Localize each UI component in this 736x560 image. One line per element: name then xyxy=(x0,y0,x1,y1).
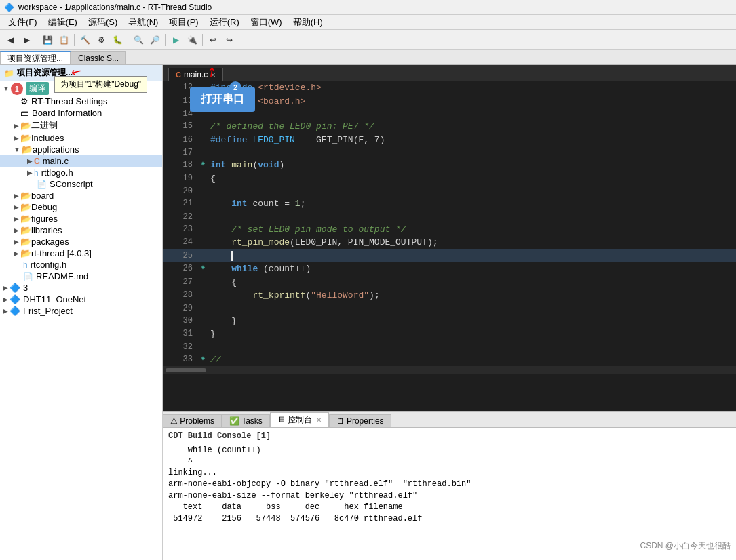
linecontent-19: { xyxy=(208,172,736,186)
editor-area: C main.c ✕ 12 #include <rtdevice.h> xyxy=(163,65,736,411)
sidebar-item-main-c[interactable]: ▶ C main.c xyxy=(0,155,162,167)
menu-source[interactable]: 源码(S) xyxy=(83,15,123,30)
linecontent-25 xyxy=(208,249,736,263)
linenum-25: 25 xyxy=(174,249,198,262)
problems-label: Problems xyxy=(180,416,214,426)
sidebar-item-rt-thread-settings[interactable]: ▶ ⚙ RT-Thread Settings xyxy=(0,96,162,107)
sidebar-item-debug[interactable]: ▶ 📂 Debug xyxy=(0,201,162,213)
rttlogo-h-label: rttlogo.h xyxy=(41,167,73,178)
btn-save-all[interactable]: 📋 xyxy=(56,33,71,47)
hscroll-thumb[interactable] xyxy=(166,368,206,372)
sidebar-item-rtconfig-h[interactable]: h rtconfig.h xyxy=(0,259,162,271)
board-label: board xyxy=(31,191,54,201)
btn-back[interactable]: ◀ xyxy=(3,33,18,47)
c-file-icon-tab: C xyxy=(176,71,181,79)
linenum-17: 17 xyxy=(174,146,198,159)
menu-navigate[interactable]: 导航(N) xyxy=(123,15,163,30)
packages-label: packages xyxy=(31,237,69,247)
sidebar-item-binary[interactable]: ▶ 📂 二进制 xyxy=(0,119,162,132)
btn-debug[interactable]: 🐛 xyxy=(110,33,125,47)
includes-label: Includes xyxy=(31,133,64,143)
proj3-label: 3 xyxy=(23,283,28,293)
linecontent-13: #include <board.h> xyxy=(208,95,736,108)
toolbar-sep-3 xyxy=(128,34,128,46)
sidebar-item-applications[interactable]: ▼ 📂 applications xyxy=(0,144,162,155)
linenum-28: 28 xyxy=(174,289,198,301)
btn-search2[interactable]: 🔎 xyxy=(147,33,162,47)
file-icon-sconscript: 📄 xyxy=(37,180,47,189)
libraries-label: libraries xyxy=(31,225,62,235)
rt-thread-settings-label: RT-Thread Settings xyxy=(31,96,107,106)
sidebar-item-sconscript[interactable]: 📄 SConscript xyxy=(0,178,162,190)
hscroll-bar[interactable] xyxy=(163,366,736,374)
btn-save[interactable]: 💾 xyxy=(40,33,55,47)
folder-icon-packages: 📂 xyxy=(20,237,31,247)
btn-run[interactable]: ▶ xyxy=(168,33,183,47)
sidebar-item-readme-md[interactable]: 📄 README.md xyxy=(0,271,162,282)
btn-forward[interactable]: ▶ xyxy=(19,33,34,47)
sidebar-item-frist[interactable]: ▶ 🔷 Frist_Project xyxy=(0,305,162,317)
sidebar-item-board[interactable]: ▶ 📂 board xyxy=(0,190,162,201)
sidebar-item-packages[interactable]: ▶ 📂 packages xyxy=(0,236,162,247)
sidebar-item-includes[interactable]: ▶ 📂 Includes xyxy=(0,132,162,144)
tab-project-explorer[interactable]: 项目资源管理... xyxy=(0,51,71,64)
linenum-16: 16 xyxy=(174,134,198,146)
menu-bar: 文件(F) 编辑(E) 源码(S) 导航(N) 项目(P) 运行(R) 窗口(W… xyxy=(0,15,736,30)
sidebar-item-3[interactable]: ▶ 🔷 3 xyxy=(0,282,162,294)
tab-problems[interactable]: ⚠ Problems xyxy=(163,414,222,427)
folder-icon-rt-thread: 📂 xyxy=(20,248,31,258)
linenum-31: 31 xyxy=(174,327,198,340)
sidebar: 📁 项目资源管理... ▼ 1 编译 ▶ ⚙ RT-Thread Setting… xyxy=(0,65,163,560)
toolbar: ◀ ▶ 💾 📋 🔨 ⚙ 🐛 🔍 🔎 ▶ 🔌 ↩ ↪ xyxy=(0,30,736,50)
linecontent-21: int count = 1; xyxy=(208,197,736,211)
menu-project[interactable]: 项目(P) xyxy=(163,15,204,30)
arrow-rt-thread: ▶ xyxy=(14,249,19,257)
sidebar-item-board-info[interactable]: ▶ 🗃 Board Information xyxy=(0,107,162,119)
board-info-icon: 🗃 xyxy=(20,108,29,118)
sidebar-item-rttlogo-h[interactable]: ▶ h rttlogo.h xyxy=(0,167,162,178)
rt-thread-label: rt-thread [4.0.3] xyxy=(31,248,92,258)
linenum-23: 23 xyxy=(174,223,198,235)
dht11-icon: 🔷 xyxy=(9,294,20,304)
code-line-29: 29 xyxy=(163,302,736,315)
tab-project-explorer-label: 项目资源管理... xyxy=(7,53,63,64)
folder-icon-libraries: 📂 xyxy=(20,225,31,235)
watermark-text: CSDN @小白今天也很酷 xyxy=(640,541,731,551)
code-view[interactable]: 12 #include <rtdevice.h> 13 #include <bo… xyxy=(163,81,736,411)
menu-run[interactable]: 运行(R) xyxy=(204,15,245,30)
code-line-21: 21 int count = 1; xyxy=(163,197,736,211)
watermark: CSDN @小白今天也很酷 xyxy=(640,540,731,552)
sidebar-item-dht11[interactable]: ▶ 🔷 DHT11_OneNet xyxy=(0,294,162,305)
toolbar-sep-1 xyxy=(37,34,37,46)
serial-popup[interactable]: 打开串口 xyxy=(190,87,255,112)
properties-icon: 🗒 xyxy=(336,416,345,426)
code-line-15: 15 /* defined the LED0 pin: PE7 */ xyxy=(163,120,736,134)
console-line-7: 514972 2156 57448 574576 8c470 rtthread.… xyxy=(168,513,731,525)
btn-build2[interactable]: ⚙ xyxy=(94,33,109,47)
tab-classic-search[interactable]: Classic S... xyxy=(71,51,126,64)
btn-build[interactable]: 🔨 xyxy=(77,33,92,47)
menu-window[interactable]: 窗口(W) xyxy=(245,15,288,30)
sidebar-item-figures[interactable]: ▶ 📂 figures xyxy=(0,213,162,224)
linenum-32: 32 xyxy=(174,341,198,353)
menu-file[interactable]: 文件(F) xyxy=(3,15,43,30)
sidebar-item-libraries[interactable]: ▶ 📂 libraries xyxy=(0,224,162,236)
tab-properties[interactable]: 🗒 Properties xyxy=(329,414,391,427)
btn-serial[interactable]: 🔌 xyxy=(185,33,199,47)
btn-undo[interactable]: ↩ xyxy=(206,33,220,47)
btn-redo[interactable]: ↪ xyxy=(222,33,237,47)
menu-edit[interactable]: 编辑(E) xyxy=(43,15,83,30)
properties-label: Properties xyxy=(347,416,384,426)
arrow-frist: ▶ xyxy=(3,307,8,315)
tab-tasks[interactable]: ✅ Tasks xyxy=(222,414,270,427)
build-tooltip-text: 为项目"1"构建"Debug" xyxy=(60,79,141,89)
console-close-icon[interactable]: ✕ xyxy=(316,416,322,424)
menu-help[interactable]: 帮助(H) xyxy=(288,15,328,30)
sidebar-item-rt-thread[interactable]: ▶ 📂 rt-thread [4.0.3] xyxy=(0,247,162,259)
debug-label: Debug xyxy=(31,202,57,212)
tab-console[interactable]: 🖥 控制台 ✕ xyxy=(270,412,329,427)
serial-popup-text: 打开串口 xyxy=(201,93,244,104)
btn-search[interactable]: 🔍 xyxy=(131,33,146,47)
console-line-1: ^ xyxy=(168,456,731,468)
binary-label: 二进制 xyxy=(31,119,58,132)
